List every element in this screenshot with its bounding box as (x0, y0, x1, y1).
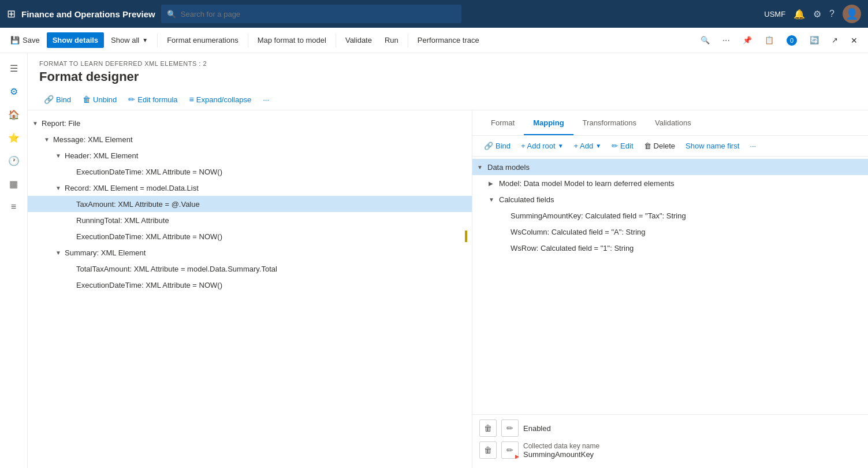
tree-item-summary-xml[interactable]: ▼ Summary: XML Element (28, 244, 472, 261)
validate-button[interactable]: Validate (340, 32, 378, 48)
more-options-button[interactable]: ··· (717, 32, 736, 49)
map-format-button[interactable]: Map format to model (252, 32, 332, 48)
more-designer-button[interactable]: ··· (258, 93, 274, 106)
show-details-button[interactable]: Show details (47, 32, 104, 48)
panel-bind-button[interactable]: 🔗 Bind (479, 139, 515, 153)
tab-format[interactable]: Format (482, 112, 524, 135)
refresh-button[interactable]: 🔄 (804, 32, 825, 48)
separator-4 (408, 34, 408, 47)
show-all-button[interactable]: Show all ▼ (105, 32, 154, 48)
delete-key-button[interactable]: 🗑 (479, 441, 497, 459)
grid-icon[interactable]: ⊞ (7, 8, 16, 20)
panel-edit-icon: ✏ (612, 142, 618, 150)
map-item-ws-row[interactable]: WsRow: Calculated field = "1": String (472, 240, 868, 256)
toggle-message-xml[interactable]: ▼ (44, 136, 51, 143)
enabled-status: Enabled (523, 424, 551, 433)
tree-item-record-xml[interactable]: ▼ Record: XML Element = model.Data.List (28, 180, 472, 196)
close-button[interactable]: ✕ (845, 32, 863, 49)
search-cmd-icon[interactable]: 🔍 (695, 32, 716, 48)
pin-icon: 📌 (743, 36, 752, 44)
tree-item-message-xml[interactable]: ▼ Message: XML Element (28, 131, 472, 147)
panel-more-button[interactable]: ··· (745, 139, 761, 153)
nav-recent-icon[interactable]: 🕐 (3, 150, 24, 171)
help-icon[interactable]: ? (829, 9, 835, 19)
bind-button[interactable]: 🔗 Bind (39, 92, 76, 106)
expand-collapse-button[interactable]: ≡ Expand/collapse (185, 92, 256, 106)
edit-icon-key: ✏ (506, 445, 513, 455)
toggle-report-file[interactable]: ▼ (32, 120, 39, 127)
tab-validations[interactable]: Validations (646, 112, 701, 135)
toggle-summary-xml[interactable]: ▼ (55, 250, 62, 256)
search-input[interactable] (181, 10, 456, 18)
tree-item-header-xml[interactable]: ▼ Header: XML Element (28, 147, 472, 164)
toggle-calculated-fields[interactable]: ▼ (489, 196, 496, 203)
format-enumerations-button[interactable]: Format enumerations (161, 32, 244, 48)
mapping-tree: ▼ Data models ▶ Model: Data model Model … (472, 157, 868, 414)
nav-filter-icon[interactable]: ⚙ (3, 81, 24, 102)
tab-transformations[interactable]: Transformations (573, 112, 646, 135)
map-item-calculated-fields[interactable]: ▼ Calculated fields (472, 191, 868, 207)
map-item-summing-amount[interactable]: SummingAmountKey: Calculated field = "Ta… (472, 207, 868, 224)
tree-item-runningtotal[interactable]: RunningTotal: XML Attribute (28, 212, 472, 228)
open-new-icon: ↗ (832, 36, 838, 44)
search-box[interactable]: 🔍 (161, 5, 461, 23)
app-title: Finance and Operations Preview (21, 9, 155, 19)
delete-enabled-button[interactable]: 🗑 (479, 419, 497, 437)
panel-add-button[interactable]: + Add ▼ (569, 139, 606, 153)
copy-button[interactable]: 📋 (759, 32, 780, 48)
expand-icon: ≡ (189, 95, 194, 104)
tree-item-report-file[interactable]: ▼ Report: File (28, 115, 472, 131)
page-title: Format designer (39, 69, 856, 84)
toggle-model[interactable]: ▶ (489, 180, 496, 187)
nav-modules-icon[interactable]: ≡ (3, 196, 24, 217)
edit-key-button[interactable]: ✏ ▶ (501, 441, 519, 459)
avatar[interactable]: 👤 (843, 5, 861, 23)
formula-icon: ✏ (128, 95, 135, 104)
nav-home-icon[interactable]: 🏠 (3, 104, 24, 125)
page-header: FORMAT TO LEARN DEFERRED XML ELEMENTS : … (28, 53, 868, 110)
map-item-data-models[interactable]: ▼ Data models (472, 159, 868, 175)
toggle-header-xml[interactable]: ▼ (55, 153, 62, 159)
run-button[interactable]: Run (379, 32, 404, 48)
tree-item-totaltaxamount[interactable]: TotalTaxAmount: XML Attribute = model.Da… (28, 261, 472, 277)
left-nav: ☰ ⚙ 🏠 ⭐ 🕐 ▦ ≡ (0, 53, 28, 468)
toggle-data-models[interactable]: ▼ (477, 164, 484, 170)
pin-button[interactable]: 📌 (737, 32, 758, 48)
format-tree-pane: ▼ Report: File ▼ Message: XML Element ▼ … (28, 110, 472, 468)
performance-trace-button[interactable]: Performance trace (412, 32, 485, 48)
badge-button[interactable]: 0 (781, 32, 803, 49)
show-name-first-button[interactable]: Show name first (681, 139, 744, 153)
nav-workspaces-icon[interactable]: ▦ (3, 173, 24, 194)
edit-icon-enabled: ✏ (506, 424, 513, 433)
tree-item-executiondatetime-1[interactable]: ExecutionDateTime: XML Attribute = NOW() (28, 164, 472, 180)
save-button[interactable]: 💾 Save (5, 32, 46, 48)
toggle-record-xml[interactable]: ▼ (55, 185, 62, 191)
nav-favorites-icon[interactable]: ⭐ (3, 127, 24, 148)
bottom-row-key-name: 🗑 ✏ ▶ Collected data key name SummingAmo… (479, 441, 861, 459)
panel-delete-button[interactable]: 🗑 Delete (639, 139, 680, 153)
panel-add-root-button[interactable]: + Add root ▼ (516, 139, 568, 153)
open-new-button[interactable]: ↗ (826, 32, 844, 48)
key-name-group: Collected data key name SummingAmountKey (523, 442, 599, 459)
bottom-panel: 🗑 ✏ Enabled 🗑 ✏ ▶ (472, 414, 868, 468)
map-item-model[interactable]: ▶ Model: Data model Model to learn defer… (472, 175, 868, 191)
unbind-button[interactable]: 🗑 Unbind (78, 92, 121, 106)
separator-3 (336, 34, 336, 47)
panel-bind-icon: 🔗 (484, 142, 493, 150)
tree-item-executiondatetime-2[interactable]: ExecutionDateTime: XML Attribute = NOW() (28, 228, 472, 244)
map-item-ws-column[interactable]: WsColumn: Calculated field = "A": String (472, 224, 868, 240)
edit-enabled-button[interactable]: ✏ (501, 419, 519, 437)
username-label: USMF (764, 10, 785, 18)
tree-item-executiondatetime-3[interactable]: ExecutionDateTime: XML Attribute = NOW() (28, 277, 472, 293)
tab-mapping[interactable]: Mapping (524, 112, 573, 135)
edit-formula-button[interactable]: ✏ Edit formula (124, 92, 182, 106)
refresh-icon: 🔄 (810, 36, 819, 44)
delete-icon-key: 🗑 (484, 445, 492, 455)
nav-menu-icon[interactable]: ☰ (3, 58, 24, 79)
tree-item-taxamount[interactable]: TaxAmount: XML Attribute = @.Value (28, 196, 472, 212)
close-icon: ✕ (851, 36, 858, 45)
settings-icon[interactable]: ⚙ (813, 9, 821, 20)
search-icon: 🔍 (167, 10, 176, 18)
notification-icon[interactable]: 🔔 (794, 9, 805, 20)
panel-edit-button[interactable]: ✏ Edit (607, 139, 638, 153)
